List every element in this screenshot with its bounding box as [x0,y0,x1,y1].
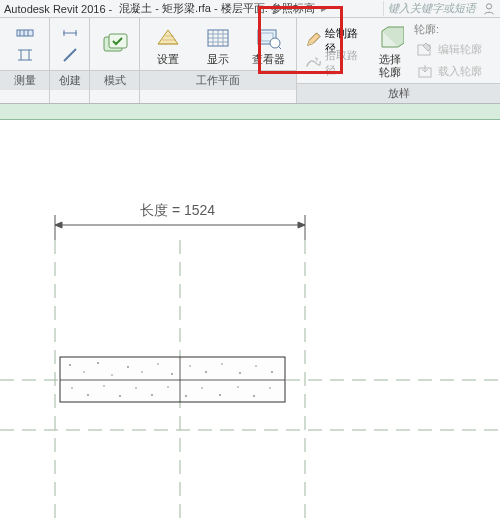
svg-point-45 [237,386,239,388]
workplane-viewer-button[interactable]: 查看器 [246,24,290,67]
options-bar [0,104,500,120]
pick-path-label: 拾取路径 [325,48,364,78]
ribbon: 测量 创建 模式 设置 [0,18,500,104]
dimension-value[interactable]: 长度 = 1524 [140,202,215,220]
svg-point-25 [127,366,129,368]
drawing-svg [0,120,500,520]
show-workplane-button[interactable]: 显示 [196,24,240,67]
measure-align-button[interactable] [16,46,34,64]
load-profile-icon [416,62,434,80]
svg-point-41 [167,386,169,388]
svg-point-40 [151,394,153,396]
panel-workplane: 设置 显示 查看器 工作平面 [140,18,297,103]
svg-point-35 [71,387,73,389]
show-label: 显示 [207,52,229,67]
drawing-canvas[interactable]: 长度 = 1524 [0,120,500,520]
pick-path-button: 拾取路径 [303,53,366,73]
select-profile-button[interactable]: 选择 轮廓 [372,25,408,77]
measure-between-button[interactable] [16,24,34,42]
panel-sweep-label: 放样 [297,83,500,103]
edit-profile-icon [416,40,434,58]
app-name: Autodesk Revit 2016 - [4,3,112,15]
svg-point-32 [239,372,241,374]
svg-point-30 [205,371,207,373]
document-title: 混凝土 - 矩形梁.rfa - 楼层平面: 参照标高 [119,1,315,16]
svg-point-22 [83,371,85,373]
svg-point-47 [269,387,271,389]
svg-point-43 [201,387,203,389]
svg-point-34 [271,371,273,373]
svg-point-39 [135,387,137,389]
set-workplane-button[interactable]: 设置 [146,24,190,67]
panel-workplane-label: 工作平面 [140,70,296,90]
svg-point-28 [171,373,173,375]
profile-field-label: 轮廓: [414,22,439,37]
pencil-icon [305,32,321,50]
svg-point-36 [87,394,89,396]
select-profile-label: 选择 轮廓 [379,53,401,77]
svg-rect-18 [60,357,285,402]
svg-point-24 [111,374,113,376]
svg-point-27 [157,363,159,365]
svg-point-0 [486,3,491,8]
title-bar: Autodesk Revit 2016 - 混凝土 - 矩形梁.rfa - 楼层… [0,0,500,18]
panel-mode: 模式 [90,18,140,103]
svg-rect-1 [17,30,33,36]
edit-profile-button: 编辑轮廓 [414,39,494,59]
load-profile-button: 载入轮廓 [414,61,494,81]
svg-point-33 [255,365,257,367]
svg-point-38 [119,395,121,397]
edit-profile-label: 编辑轮廓 [438,42,482,57]
panel-measure-label: 测量 [0,70,49,90]
load-profile-label: 载入轮廓 [438,64,482,79]
svg-point-46 [253,395,255,397]
svg-point-26 [141,371,143,373]
viewer-label: 查看器 [252,52,285,67]
panel-create: 创建 [50,18,90,103]
pick-path-icon [305,54,321,72]
panel-measure: 测量 [0,18,50,103]
dimension-button[interactable] [61,24,79,42]
panel-mode-label: 模式 [90,70,139,90]
svg-point-37 [103,385,105,387]
svg-point-29 [189,365,191,367]
panel-sweep: 绘制路径 拾取路径 选择 轮廓 轮廓: 编辑轮廓 [297,18,500,103]
svg-point-21 [69,364,71,366]
svg-point-23 [97,362,99,364]
set-label: 设置 [157,52,179,67]
search-box[interactable]: 键入关键字或短语 [383,1,480,16]
panel-create-label: 创建 [50,70,89,90]
svg-point-42 [185,395,187,397]
mode-finish-button[interactable] [96,31,133,59]
detail-line-button[interactable] [61,46,79,64]
svg-point-44 [219,394,221,396]
dropdown-icon[interactable]: ▸ [317,2,331,16]
login-icon[interactable] [482,2,496,16]
svg-point-31 [221,363,223,365]
